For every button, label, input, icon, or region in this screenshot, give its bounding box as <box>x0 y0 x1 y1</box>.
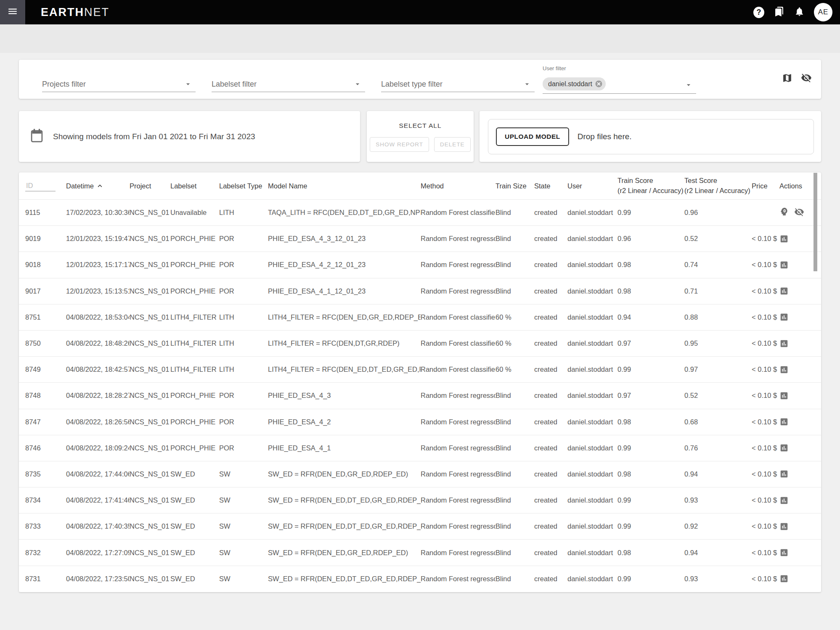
show-report-icon-button[interactable] <box>779 443 789 453</box>
cell-test-score: 0.95 <box>684 339 752 347</box>
table-row[interactable]: 8747 04/08/2022, 18:26:56 NCS_NS_01 PORC… <box>19 409 821 435</box>
user-filter-select[interactable]: User filter daniel.stoddart <box>541 60 699 99</box>
visibility-off-icon <box>801 72 812 83</box>
model-insight-button[interactable] <box>779 207 789 218</box>
show-report-button[interactable]: SHOW REPORT <box>370 137 429 152</box>
cell-datetime: 04/08/2022, 18:28:27 <box>66 392 130 400</box>
table-row[interactable]: 8731 04/08/2022, 17:23:50 NCS_NS_01 SW_E… <box>19 566 821 592</box>
upload-model-button[interactable]: UPLOAD MODEL <box>496 127 569 146</box>
labelset-filter-select[interactable]: Labelset filter <box>210 60 368 99</box>
cell-user: daniel.stoddart <box>567 235 617 243</box>
chip-remove-button[interactable] <box>595 80 603 88</box>
chevron-down-icon <box>353 80 362 90</box>
show-report-icon-button[interactable] <box>779 286 789 296</box>
show-report-icon-button[interactable] <box>779 496 789 505</box>
column-header-user[interactable]: User <box>567 182 617 190</box>
cell-labelset-type: LITH <box>219 339 268 347</box>
delete-button[interactable]: DELETE <box>434 137 471 152</box>
cell-project: NCS_NS_01 <box>130 235 170 243</box>
brand-light: NET <box>84 6 109 19</box>
hide-model-button[interactable] <box>794 207 804 219</box>
column-header-datetime[interactable]: Datetime <box>66 182 126 190</box>
column-header-method[interactable]: Method <box>421 182 496 190</box>
column-header-train-size[interactable]: Train Size <box>496 182 534 190</box>
help-button[interactable]: ? <box>753 7 764 18</box>
cell-test-score: 0.52 <box>684 392 752 400</box>
bar-chart-icon <box>779 548 789 557</box>
user-avatar[interactable]: AE <box>814 3 832 21</box>
column-header-test-score[interactable]: Test Score (r2 Linear / Accuracy) <box>684 176 752 196</box>
table-row[interactable]: 8749 04/08/2022, 18:42:57 NCS_NS_01 LITH… <box>19 356 821 382</box>
projects-filter-placeholder: Projects filter <box>42 80 86 89</box>
table-row[interactable]: 8735 04/08/2022, 17:44:06 NCS_NS_01 SW_E… <box>19 461 821 487</box>
cell-project: NCS_NS_01 <box>130 261 170 269</box>
bar-chart-icon <box>779 286 789 296</box>
table-row[interactable]: 8751 04/08/2022, 18:53:04 NCS_NS_01 LITH… <box>19 304 821 330</box>
hamburger-menu-button[interactable] <box>0 0 25 24</box>
show-report-icon-button[interactable] <box>779 365 789 374</box>
cell-actions <box>779 417 821 426</box>
cell-labelset-type: LITH <box>219 365 268 373</box>
column-header-model-name[interactable]: Model Name <box>268 182 421 190</box>
show-report-icon-button[interactable] <box>779 522 789 531</box>
show-report-icon-button[interactable] <box>779 417 789 426</box>
cell-id: 8731 <box>25 575 66 583</box>
show-report-icon-button[interactable] <box>779 260 789 270</box>
bar-chart-icon <box>779 496 789 505</box>
show-report-icon-button[interactable] <box>779 574 789 583</box>
show-report-icon-button[interactable] <box>779 312 789 322</box>
table-row[interactable]: 8734 04/08/2022, 17:41:46 NCS_NS_01 SW_E… <box>19 487 821 513</box>
table-row[interactable]: 8732 04/08/2022, 17:27:09 NCS_NS_01 SW_E… <box>19 539 821 565</box>
table-row[interactable]: 8746 04/08/2022, 18:09:24 NCS_NS_01 PORC… <box>19 435 821 461</box>
column-header-state[interactable]: State <box>534 182 567 190</box>
projects-filter-select[interactable]: Projects filter <box>40 60 198 99</box>
column-header-labelset-type[interactable]: Labelset Type <box>219 182 268 190</box>
bar-chart-icon <box>779 312 789 322</box>
help-icon: ? <box>753 7 764 18</box>
show-report-icon-button[interactable] <box>779 339 789 348</box>
table-row[interactable]: 9017 12/01/2023, 15:13:51 NCS_NS_01 PORC… <box>19 278 821 304</box>
cell-model-name: PHIE_ED_ESA_4_3_12_01_23 <box>268 235 421 243</box>
vertical-scrollbar-thumb[interactable] <box>814 173 817 271</box>
cell-method: Random Forest regressor <box>421 287 496 295</box>
cell-model-name: PHIE_ED_ESA_4_3 <box>268 392 421 400</box>
column-header-train-score[interactable]: Train Score (r2 Linear / Accuracy) <box>617 176 684 196</box>
bar-chart-icon <box>779 417 789 426</box>
cell-id: 8750 <box>25 339 66 347</box>
notifications-button[interactable] <box>794 7 805 18</box>
bookmarks-button[interactable] <box>774 7 784 18</box>
table-row[interactable]: 8733 04/08/2022, 17:40:35 NCS_NS_01 SW_E… <box>19 513 821 539</box>
cell-method: Random Forest regressor <box>421 575 496 583</box>
table-row[interactable]: 9019 12/01/2023, 15:19:47 NCS_NS_01 PORC… <box>19 225 821 251</box>
cell-test-score: 0.93 <box>684 575 752 583</box>
cell-test-score: 0.93 <box>684 496 752 504</box>
user-filter-label: User filter <box>543 65 566 71</box>
cell-labelset-type: SW <box>219 575 268 583</box>
labelset-type-filter-select[interactable]: Labelset type filter <box>379 60 537 99</box>
cell-labelset: LITH4_FILTER <box>170 365 219 373</box>
id-filter-input[interactable] <box>25 180 56 191</box>
select-all-button[interactable]: SELECT ALL <box>367 122 474 130</box>
column-header-price[interactable]: Price <box>752 182 779 190</box>
show-report-icon-button[interactable] <box>779 391 789 400</box>
show-report-icon-button[interactable] <box>779 469 789 479</box>
show-report-icon-button[interactable] <box>779 548 789 557</box>
show-report-icon-button[interactable] <box>779 234 789 244</box>
brand-bold: EARTH <box>41 6 84 19</box>
map-toggle-button[interactable] <box>782 72 792 83</box>
table-row[interactable]: 8748 04/08/2022, 18:28:27 NCS_NS_01 PORC… <box>19 382 821 408</box>
calendar-icon[interactable] <box>30 128 44 145</box>
cell-price: < 0.10 $ <box>752 522 779 530</box>
cell-actions <box>779 286 821 296</box>
cell-labelset: LITH4_FILTER <box>170 313 219 321</box>
hide-models-toggle-button[interactable] <box>801 72 812 83</box>
cell-id: 9019 <box>25 235 66 243</box>
file-dropzone[interactable]: UPLOAD MODEL Drop files here. <box>488 119 814 154</box>
table-row[interactable]: 9018 12/01/2023, 15:17:17 NCS_NS_01 PORC… <box>19 251 821 278</box>
cell-project: NCS_NS_01 <box>130 339 170 347</box>
column-header-labelset[interactable]: Labelset <box>170 182 219 190</box>
table-row[interactable]: 9115 17/02/2023, 10:30:36 NCS_NS_01 Unav… <box>19 199 821 225</box>
table-row[interactable]: 8750 04/08/2022, 18:48:26 NCS_NS_01 LITH… <box>19 330 821 356</box>
column-header-project[interactable]: Project <box>130 182 170 190</box>
cell-price: < 0.10 $ <box>752 365 779 373</box>
